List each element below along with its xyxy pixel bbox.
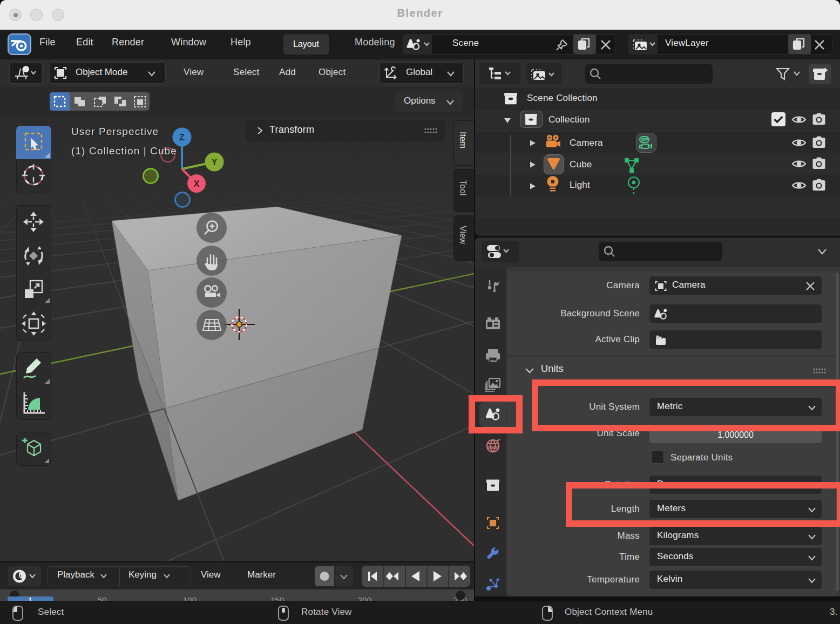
svg-text:X: X — [194, 179, 200, 188]
svg-text:Y: Y — [212, 158, 218, 167]
svg-text:Z: Z — [179, 133, 185, 142]
